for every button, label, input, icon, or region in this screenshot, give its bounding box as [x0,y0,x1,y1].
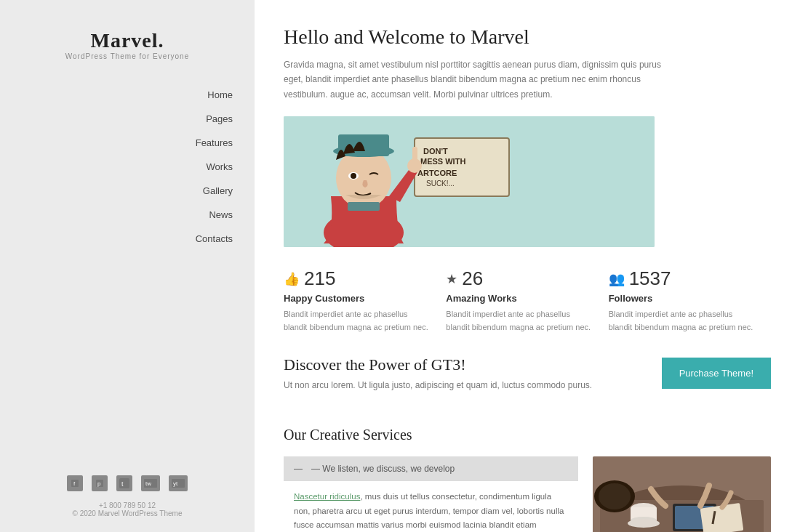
stat-desc-customers: Blandit imperdiet ante ac phasellus blan… [284,308,431,334]
nav-item-pages[interactable]: Pages [206,113,233,124]
hero-section: Hello and Welcome to Marvel Gravida magn… [284,25,771,247]
nav-item-home[interactable]: Home [207,89,233,100]
stat-number-followers: 👥 1537 [609,267,756,290]
footer-phone: +1 800 789 50 12 [0,501,255,509]
services-photo [593,456,771,532]
svg-text:p: p [97,480,101,487]
people-icon: 👥 [609,271,625,287]
cta-section: Discover the Power of GT3! Ut non arcu l… [284,355,771,405]
accordion-body-1: Nascetur ridiculus, mus duis ut tellus c… [284,481,578,532]
cta-title: Discover the Power of GT3! [284,355,592,374]
stat-number-customers: 👍 215 [284,267,431,290]
social-icon-facebook[interactable]: f [67,475,83,491]
hero-description: Gravida magna, sit amet vestibulum nisl … [284,57,662,102]
svg-point-22 [351,173,356,179]
stat-label-followers: Followers [609,293,756,304]
svg-text:DON'T: DON'T [423,147,448,156]
star-icon: ★ [446,271,457,287]
sidebar: Marvel. WordPress Theme for Everyone Hom… [0,0,255,532]
nav-item-gallery[interactable]: Gallery [203,185,233,196]
social-icon-tumblr[interactable]: t [116,475,132,491]
services-section: Our Creative Services — — We listen, we … [284,427,771,532]
stat-label-customers: Happy Customers [284,293,431,304]
stat-desc-followers: Blandit imperdiet ante ac phasellus blan… [609,308,756,334]
cta-description: Ut non arcu lorem. Ut ligula justo, adip… [284,380,592,390]
svg-point-38 [628,519,660,528]
social-icon-pinterest[interactable]: p [92,475,108,491]
thumbs-up-icon: 👍 [284,271,300,287]
stat-item-followers: 👥 1537 Followers Blandit imperdiet ante … [609,267,771,334]
stat-item-works: ★ 26 Amazing Works Blandit imperdiet ant… [446,267,608,334]
hero-illustration: DON'T MESS WITH ARTCORE SUCK!... [284,116,655,247]
services-title: Our Creative Services [284,427,771,443]
main-nav: Home Pages Features Works Gallery News C… [0,89,255,257]
main-content: Hello and Welcome to Marvel Gravida magn… [255,0,800,532]
stat-number-works: ★ 26 [446,267,593,290]
nav-item-contacts[interactable]: Contacts [196,233,233,244]
nav-item-news[interactable]: News [209,209,233,220]
footer-copyright: © 2020 Marvel WordPress Theme [0,509,255,517]
svg-text:SUCK!...: SUCK!... [426,180,455,188]
nav-item-works[interactable]: Works [206,161,233,172]
services-illustration [593,456,771,532]
site-logo-title: Marvel. [65,29,189,52]
accordion-item-1: — — We listen, we discuss, we develop Na… [284,456,578,532]
accordion-icon-1: — [294,464,303,474]
svg-point-36 [599,483,631,509]
sidebar-footer: f p t tw yt +1 800 789 50 12 © 2020 Marv… [0,475,255,517]
stat-label-works: Amazing Works [446,293,593,304]
services-layout: — — We listen, we discuss, we develop Na… [284,456,771,532]
svg-text:tw: tw [145,480,151,487]
hero-title: Hello and Welcome to Marvel [284,25,771,49]
hero-image: DON'T MESS WITH ARTCORE SUCK!... [284,116,655,247]
social-icon-twitter[interactable]: tw [141,475,160,491]
services-accordion: — — We listen, we discuss, we develop Na… [284,456,578,532]
svg-rect-23 [348,202,380,211]
accordion-header-1[interactable]: — — We listen, we discuss, we develop [284,456,578,481]
cta-text: Discover the Power of GT3! Ut non arcu l… [284,355,592,390]
svg-text:ARTCORE: ARTCORE [417,169,457,177]
social-icon-youtube[interactable]: yt [169,475,188,491]
svg-text:yt: yt [173,480,178,487]
accordion-link-1[interactable]: Nascetur ridiculus [294,492,360,501]
svg-text:MESS WITH: MESS WITH [420,157,465,166]
nav-item-features[interactable]: Features [196,137,233,148]
logo-area: Marvel. WordPress Theme for Everyone [65,29,189,60]
stats-section: 👍 215 Happy Customers Blandit imperdiet … [284,267,771,334]
purchase-button[interactable]: Purchase Theme! [662,358,771,389]
site-logo-subtitle: WordPress Theme for Everyone [65,52,189,60]
stat-item-customers: 👍 215 Happy Customers Blandit imperdiet … [284,267,446,334]
stat-desc-works: Blandit imperdiet ante ac phasellus blan… [446,308,593,334]
social-icons-row: f p t tw yt [0,475,255,491]
svg-rect-25 [412,147,417,161]
